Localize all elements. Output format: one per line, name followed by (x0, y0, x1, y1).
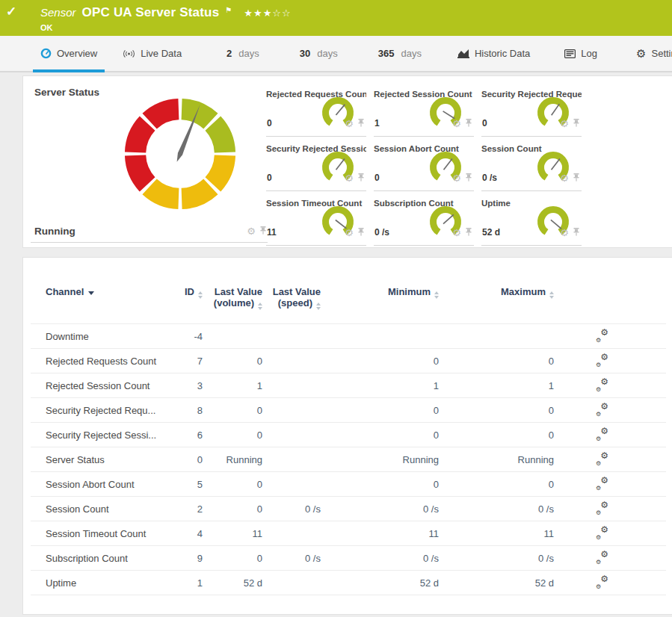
edit-channel-icon[interactable]: ⚙⚙ (596, 403, 608, 415)
server-status-panel: Server Status Running ⚙ (23, 76, 266, 247)
edit-channel-icon[interactable]: ⚙⚙ (596, 354, 608, 366)
last-value-volume: 0 (203, 497, 262, 521)
column-header-last-value-volume-[interactable]: Last Value (volume) (203, 283, 262, 324)
log-icon (564, 49, 576, 58)
channel-name[interactable]: Security Rejected Sessi... (31, 423, 173, 447)
edit-channel-icon[interactable]: ⚙⚙ (596, 428, 608, 440)
column-header-edit (554, 283, 617, 324)
tab-2-days[interactable]: 2days (224, 36, 262, 71)
gear-icon[interactable]: ⚙ (560, 173, 569, 183)
column-header-id[interactable]: ID (173, 283, 203, 324)
pin-icon[interactable] (573, 171, 579, 185)
channel-id: 2 (173, 497, 203, 521)
pin-icon[interactable] (358, 226, 364, 239)
tab-365-days[interactable]: 365days (375, 36, 425, 71)
maximum-value: 0 (439, 398, 554, 423)
last-value-volume: 0 (203, 349, 262, 373)
channel-gauge-panel[interactable]: Subscription Count0 /s⚙ (374, 193, 474, 246)
channel-gauge-value: 0 (374, 173, 380, 183)
column-header-maximum[interactable]: Maximum (439, 283, 554, 324)
gear-icon[interactable]: ⚙ (452, 119, 461, 128)
channel-gauge-panel[interactable]: Session Timeout Count11⚙ (266, 193, 366, 246)
channel-name[interactable]: Session Count (31, 497, 173, 521)
tab-settings[interactable]: ⚙Settings (633, 36, 672, 71)
channel-id: 1 (173, 571, 203, 595)
column-label: Last Value (volume) (214, 286, 262, 308)
channel-name[interactable]: Security Rejected Requ... (31, 398, 173, 423)
channel-name[interactable]: Downtime (31, 324, 173, 349)
pin-icon[interactable] (358, 171, 364, 185)
channel-name[interactable]: Rejected Requests Count (31, 349, 173, 373)
sort-icon (434, 291, 439, 299)
table-row: Uptime152 d52 d52 d⚙⚙ (31, 571, 666, 595)
tab-log[interactable]: Log (561, 36, 600, 71)
edit-channel-icon[interactable]: ⚙⚙ (596, 477, 608, 489)
pin-icon[interactable] (573, 226, 579, 239)
table-row: Rejected Session Count3111⚙⚙ (31, 373, 666, 398)
tab-label: Overview (57, 48, 97, 59)
table-row: Session Timeout Count4111111⚙⚙ (31, 521, 666, 546)
edit-channel-icon[interactable]: ⚙⚙ (596, 527, 608, 539)
channel-gauge-panel[interactable]: Session Count0 /s⚙ (481, 138, 582, 191)
table-row: Rejected Requests Count7000⚙⚙ (31, 349, 666, 373)
edit-channel-icon[interactable]: ⚙⚙ (596, 329, 608, 341)
gear-icon[interactable]: ⚙ (452, 228, 461, 238)
last-value-speed (262, 349, 321, 373)
channel-gauge-panel[interactable]: Rejected Requests Count0⚙ (266, 84, 366, 137)
pin-icon[interactable] (466, 226, 472, 239)
channel-name[interactable]: Rejected Session Count (31, 373, 173, 398)
gear-icon[interactable]: ⚙ (345, 228, 354, 238)
channel-name[interactable]: Subscription Count (31, 546, 173, 571)
gear-icon[interactable]: ⚙ (345, 119, 354, 128)
priority-stars[interactable]: ★★★☆☆ (244, 7, 291, 19)
channel-id: 6 (173, 423, 203, 447)
channel-gauge-panel[interactable]: Uptime52 d⚙ (481, 193, 582, 246)
tab-overview[interactable]: Overview (37, 36, 100, 71)
flag-icon[interactable]: ⚑ (225, 6, 232, 14)
column-header-channel[interactable]: Channel (31, 283, 173, 324)
maximum-value (439, 324, 554, 349)
pin-icon[interactable] (466, 117, 472, 130)
gear-icon[interactable]: ⚙ (452, 173, 461, 183)
pin-icon[interactable] (466, 171, 472, 185)
minimum-value: 0 (321, 349, 439, 373)
maximum-value: 11 (439, 521, 554, 546)
channel-name[interactable]: Uptime (31, 571, 173, 595)
last-value-volume: 0 (203, 423, 262, 447)
row-filler (617, 546, 666, 571)
pin-icon[interactable] (260, 224, 266, 238)
gear-icon[interactable]: ⚙ (560, 228, 569, 238)
tab-historic-data[interactable]: Historic Data (454, 36, 533, 71)
pin-icon[interactable] (358, 117, 364, 130)
row-filler (617, 349, 666, 373)
edit-channel-icon[interactable]: ⚙⚙ (596, 576, 608, 588)
row-filler (617, 373, 666, 398)
gear-icon[interactable]: ⚙ (560, 119, 569, 128)
edit-channel-icon[interactable]: ⚙⚙ (596, 453, 608, 465)
gear-icon[interactable]: ⚙ (247, 226, 256, 236)
channel-gauge-panel[interactable]: Session Abort Count0⚙ (374, 138, 474, 191)
gauges-card: Server Status Running ⚙ Rejected Request… (22, 75, 672, 248)
maximum-value: 52 d (439, 571, 554, 595)
column-header-last-value-speed-[interactable]: Last Value (speed) (262, 283, 321, 324)
gear-icon[interactable]: ⚙ (345, 173, 354, 183)
pin-icon[interactable] (573, 117, 579, 130)
edit-channel-icon[interactable]: ⚙⚙ (596, 379, 608, 391)
sort-icon (316, 303, 321, 310)
channel-name[interactable]: Session Timeout Count (31, 521, 173, 546)
channel-gauge-panel[interactable]: Security Rejected Session Co...0⚙ (266, 138, 366, 191)
row-filler (617, 447, 666, 472)
channel-gauge-panel[interactable]: Security Rejected Requests C...0⚙ (481, 84, 582, 137)
column-header-minimum[interactable]: Minimum (321, 283, 439, 324)
channel-gauge-value: 0 (482, 118, 487, 128)
object-kind-label: Sensor (40, 6, 76, 19)
last-value-volume: 0 (203, 398, 262, 423)
channel-gauge-panel[interactable]: Rejected Session Count1⚙ (374, 84, 474, 137)
tab-30-days[interactable]: 30days (297, 36, 341, 71)
tab-live-data[interactable]: Live Data (120, 36, 185, 71)
channel-name[interactable]: Session Abort Count (31, 472, 173, 497)
edit-channel-icon[interactable]: ⚙⚙ (596, 551, 608, 563)
edit-channel-icon[interactable]: ⚙⚙ (596, 502, 608, 514)
channel-name[interactable]: Server Status (31, 447, 173, 472)
tab-bar: OverviewLive Data2days30days365daysHisto… (0, 36, 672, 72)
